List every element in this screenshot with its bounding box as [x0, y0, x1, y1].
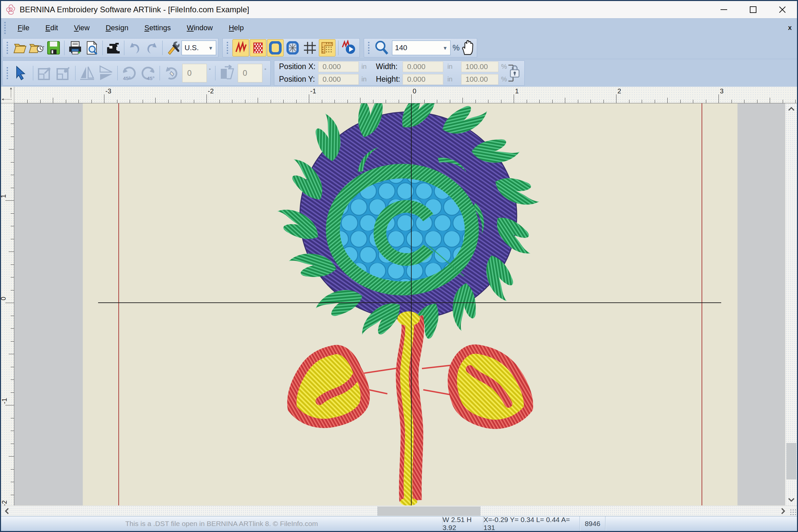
ruler-tick [514, 94, 514, 103]
zoom-panel-grip[interactable] [367, 42, 371, 54]
vertical-ruler[interactable]: 10-1-2 [1, 103, 14, 506]
measurement-unit-select[interactable]: U.S. ▼ [182, 40, 216, 55]
skew-icon [218, 64, 236, 82]
design-canvas[interactable] [14, 103, 785, 506]
vertical-scrollbar[interactable] [785, 103, 797, 506]
menu-window[interactable]: Window [179, 22, 221, 34]
vertical-axis-guide [411, 103, 412, 506]
height-field[interactable]: 0.000 [403, 74, 443, 85]
menubar-grip[interactable] [4, 22, 7, 34]
height-percent-field[interactable]: 100.00 [461, 74, 498, 85]
stitch-player-button[interactable] [341, 39, 357, 56]
transform-panel-grip[interactable] [6, 67, 9, 79]
ruler-origin-icon [1, 87, 14, 103]
menu-file[interactable]: File [10, 22, 37, 34]
skew-angle-field[interactable]: 0 [238, 64, 262, 82]
mirror-horizontal-button[interactable] [78, 62, 96, 84]
show-stitches-toggle[interactable] [233, 39, 249, 56]
chevron-down-icon: ▼ [438, 45, 448, 51]
close-button[interactable] [768, 1, 797, 18]
open-recent-button[interactable] [29, 39, 45, 56]
left-leaf[interactable] [292, 349, 399, 423]
horizontal-ruler[interactable]: -3-2-10123 [14, 87, 797, 103]
scroll-down-button[interactable] [785, 494, 797, 506]
magnifier-icon [374, 40, 390, 56]
file-panel-grip[interactable] [6, 42, 9, 54]
window-resize-grip[interactable] [790, 509, 796, 515]
ruler-origin-box[interactable] [1, 87, 14, 103]
rotate-by-button[interactable] [162, 62, 181, 84]
ruler-tick [232, 100, 233, 103]
ruler-tick [11, 393, 14, 393]
flower-center [340, 178, 465, 282]
menu-edit[interactable]: Edit [37, 22, 66, 34]
open-button[interactable] [12, 39, 29, 56]
width-field[interactable]: 0.000 [403, 61, 443, 72]
width-percent-field[interactable]: 100.00 [461, 61, 498, 72]
ruler-tick [194, 100, 194, 103]
write-to-machine-button[interactable] [105, 39, 122, 56]
show-hoop-template-toggle[interactable] [284, 39, 301, 56]
width-label: Width: [376, 62, 400, 71]
vertical-scroll-thumb[interactable] [786, 443, 796, 479]
embroidery-design[interactable] [14, 103, 785, 506]
rotate-angle-field[interactable]: 0 [182, 64, 207, 82]
stitch-player-icon [341, 40, 357, 56]
menu-design[interactable]: Design [98, 22, 136, 34]
print-preview-icon [84, 40, 99, 56]
horizontal-scrollbar[interactable] [1, 506, 797, 516]
zoom-level-select[interactable]: 140 ▼ [392, 40, 450, 55]
width-unit: in [447, 63, 452, 71]
scroll-right-button[interactable] [777, 506, 789, 516]
pan-tool-button[interactable] [460, 39, 475, 56]
settings-tools-button[interactable] [165, 39, 182, 56]
scroll-left-button[interactable] [1, 506, 13, 516]
print-button[interactable] [67, 39, 83, 56]
save-icon [46, 40, 61, 56]
ruler-tick [11, 265, 14, 265]
show-needle-points-toggle[interactable] [250, 39, 266, 56]
show-hoop-toggle[interactable] [267, 39, 284, 56]
undo-button[interactable] [127, 39, 143, 56]
rotate-ccw-45-button[interactable]: 45° [120, 62, 138, 84]
scale-up-button[interactable] [36, 62, 54, 84]
position-y-field[interactable]: 0.000 [318, 74, 359, 85]
zoom-tool-button[interactable] [373, 39, 390, 56]
rotate-cw-45-button[interactable]: 45° [138, 62, 157, 84]
menu-view[interactable]: View [66, 22, 97, 34]
mirror-vertical-button[interactable] [96, 62, 115, 84]
select-tool-button[interactable] [12, 62, 31, 84]
horizontal-scroll-thumb[interactable] [377, 507, 480, 516]
chevron-up-icon [788, 107, 795, 111]
flower-head[interactable] [277, 103, 539, 346]
menu-help[interactable]: Help [221, 22, 252, 34]
rotate-by-icon [163, 64, 181, 82]
print-preview-button[interactable] [83, 39, 100, 56]
ruler-tick [11, 175, 14, 175]
ruler-tick [373, 100, 373, 103]
show-grid-toggle[interactable] [301, 39, 318, 56]
scale-up-icon [37, 65, 53, 81]
skew-button[interactable] [218, 62, 236, 84]
ruler-tick [8, 354, 14, 354]
view-panel-grip[interactable] [226, 42, 229, 54]
document-close-button[interactable]: x [788, 24, 792, 32]
save-button[interactable] [45, 39, 62, 56]
position-x-field[interactable]: 0.000 [318, 61, 359, 72]
ruler-label: 3 [720, 88, 724, 95]
ruler-tick [91, 100, 92, 103]
redo-button[interactable] [143, 39, 160, 56]
ruler-tick [680, 100, 681, 103]
right-leaf[interactable] [422, 349, 528, 424]
scale-down-button[interactable] [54, 62, 73, 84]
ruler-tick [411, 94, 412, 103]
aspect-lock-button[interactable] [507, 61, 522, 85]
maximize-button[interactable] [739, 1, 768, 18]
scroll-up-button[interactable] [785, 103, 797, 115]
stem[interactable] [397, 311, 420, 506]
ruler-tick [565, 98, 565, 103]
show-guides-toggle[interactable] [319, 39, 335, 56]
minimize-button[interactable] [709, 1, 739, 18]
position-y-label: Position Y: [279, 75, 316, 84]
menu-settings[interactable]: Settings [136, 22, 179, 34]
